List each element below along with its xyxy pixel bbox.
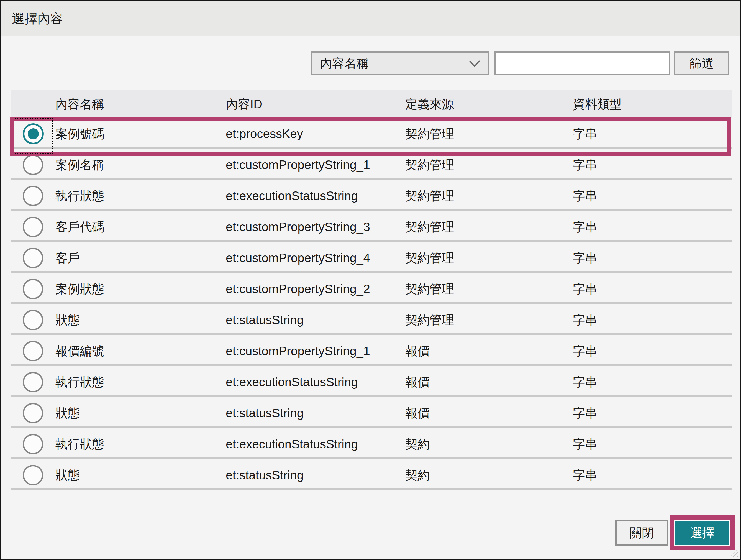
column-header-source: 定義來源 xyxy=(405,96,573,113)
row-cell-id: et:statusString xyxy=(226,468,405,482)
table-row[interactable]: 執行狀態 et:executionStatusString 契約 字串 xyxy=(10,429,732,460)
row-cell-name: 客戶代碼 xyxy=(55,219,226,235)
resize-grip[interactable] xyxy=(730,549,738,557)
row-cell-type: 字串 xyxy=(573,219,732,235)
row-cell-name: 執行狀態 xyxy=(55,188,226,204)
column-header-id: 內容ID xyxy=(226,96,405,113)
row-cell-type: 字串 xyxy=(573,126,732,142)
select-button[interactable]: 選擇 xyxy=(675,521,729,545)
table-row[interactable]: 狀態 et:statusString 契約管理 字串 xyxy=(10,305,732,335)
table-row[interactable]: 客戶代碼 et:customPropertyString_3 契約管理 字串 xyxy=(10,211,732,242)
column-header-type: 資料類型 xyxy=(573,96,732,113)
table-row[interactable]: 案例狀態 et:customPropertyString_2 契約管理 字串 xyxy=(10,273,732,305)
row-radio[interactable] xyxy=(23,217,43,237)
row-radio[interactable] xyxy=(23,186,43,206)
row-cell-id: et:executionStatusString xyxy=(226,437,405,451)
row-cell-source: 報價 xyxy=(405,343,573,359)
dialog-titlebar: 選擇內容 xyxy=(1,1,740,36)
row-cell-name: 執行狀態 xyxy=(55,374,226,390)
row-cell-source: 契約 xyxy=(405,467,573,484)
row-cell-id: et:executionStatusString xyxy=(226,375,405,389)
row-cell-name: 狀態 xyxy=(55,405,226,422)
row-radio[interactable] xyxy=(23,154,43,175)
table-row[interactable]: 報價編號 et:customPropertyString_1 報價 字串 xyxy=(10,335,732,367)
row-cell-type: 字串 xyxy=(573,250,732,266)
select-button-annotation: 選擇 xyxy=(670,515,735,550)
table-row[interactable]: 執行狀態 et:executionStatusString 契約管理 字串 xyxy=(10,180,732,211)
filter-value-input[interactable] xyxy=(494,51,670,75)
row-cell-source: 契約管理 xyxy=(405,188,573,204)
row-radio[interactable] xyxy=(23,403,43,423)
row-cell-type: 字串 xyxy=(573,343,732,359)
row-cell-id: et:processKey xyxy=(226,127,405,141)
row-cell-type: 字串 xyxy=(573,374,732,390)
row-cell-type: 字串 xyxy=(573,312,732,328)
row-cell-source: 契約管理 xyxy=(405,219,573,235)
row-radio[interactable] xyxy=(23,248,43,268)
row-cell-id: et:customPropertyString_3 xyxy=(226,220,405,234)
row-cell-type: 字串 xyxy=(573,157,732,173)
row-cell-source: 契約管理 xyxy=(405,157,573,173)
table-row[interactable]: 狀態 et:statusString 契約 字串 xyxy=(10,460,732,491)
table-row[interactable]: 案例號碼 et:processKey 契約管理 字串 xyxy=(10,118,732,149)
row-radio[interactable] xyxy=(23,123,44,144)
filter-field-dropdown[interactable]: 內容名稱 xyxy=(311,51,489,75)
row-radio[interactable] xyxy=(23,465,43,486)
table-row[interactable]: 案例名稱 et:customPropertyString_1 契約管理 字串 xyxy=(10,149,732,180)
table-header-row: 內容名稱 內容ID 定義來源 資料類型 xyxy=(10,90,732,118)
row-cell-name: 狀態 xyxy=(55,467,226,484)
row-cell-id: et:statusString xyxy=(226,313,405,327)
row-cell-name: 報價編號 xyxy=(55,343,226,359)
row-cell-name: 案例號碼 xyxy=(55,126,226,142)
row-cell-id: et:executionStatusString xyxy=(226,189,405,203)
content-table: 內容名稱 內容ID 定義來源 資料類型 案例號碼 et:processKey 契… xyxy=(10,90,732,491)
filter-button[interactable]: 篩選 xyxy=(674,51,729,75)
row-cell-id: et:customPropertyString_1 xyxy=(226,158,405,172)
row-radio[interactable] xyxy=(23,372,43,392)
row-cell-type: 字串 xyxy=(573,436,732,452)
row-cell-type: 字串 xyxy=(573,467,732,484)
row-cell-type: 字串 xyxy=(573,405,732,422)
row-cell-name: 案例名稱 xyxy=(55,157,226,173)
chevron-down-icon xyxy=(469,60,480,67)
row-radio[interactable] xyxy=(23,279,43,299)
table-row[interactable]: 狀態 et:statusString 報價 字串 xyxy=(10,397,732,429)
row-cell-source: 契約管理 xyxy=(405,126,573,142)
row-cell-name: 執行狀態 xyxy=(55,436,226,452)
row-cell-id: et:customPropertyString_2 xyxy=(226,282,405,296)
row-radio[interactable] xyxy=(23,310,43,330)
row-cell-source: 契約管理 xyxy=(405,281,573,297)
select-content-dialog: 選擇內容 內容名稱 篩選 內容名稱 內容ID 定義來源 資料類型 案例號碼 et… xyxy=(0,0,741,560)
row-cell-source: 契約 xyxy=(405,436,573,452)
row-radio[interactable] xyxy=(23,341,43,361)
row-cell-source: 契約管理 xyxy=(405,250,573,266)
row-cell-id: et:customPropertyString_4 xyxy=(226,251,405,265)
table-row[interactable]: 客戶 et:customPropertyString_4 契約管理 字串 xyxy=(10,242,732,273)
page-title: 選擇內容 xyxy=(12,10,63,27)
filter-field-selected-value: 內容名稱 xyxy=(320,55,369,72)
row-radio[interactable] xyxy=(23,434,43,454)
table-body: 案例號碼 et:processKey 契約管理 字串 案例名稱 et:custo… xyxy=(10,118,732,491)
column-header-name: 內容名稱 xyxy=(55,96,226,113)
row-cell-name: 案例狀態 xyxy=(55,281,226,297)
row-cell-id: et:statusString xyxy=(226,406,405,420)
row-cell-type: 字串 xyxy=(573,281,732,297)
close-button[interactable]: 關閉 xyxy=(615,520,668,546)
row-cell-source: 契約管理 xyxy=(405,312,573,328)
row-cell-name: 狀態 xyxy=(55,312,226,328)
table-row[interactable]: 執行狀態 et:executionStatusString 報價 字串 xyxy=(10,367,732,397)
row-cell-source: 報價 xyxy=(405,405,573,422)
row-cell-id: et:customPropertyString_1 xyxy=(226,344,405,358)
row-cell-source: 報價 xyxy=(405,374,573,390)
row-cell-type: 字串 xyxy=(573,188,732,204)
row-cell-name: 客戶 xyxy=(55,250,226,266)
